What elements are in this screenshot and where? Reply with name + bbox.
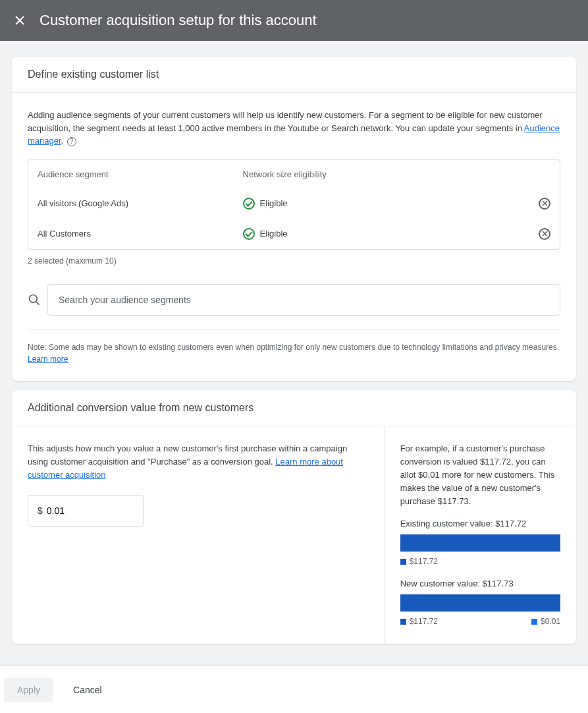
card-title: Define existing customer list	[12, 57, 576, 93]
segments-table: Audience segment Network size eligibilit…	[28, 159, 560, 250]
col-header-eligibility: Network size eligibility	[243, 169, 550, 179]
footer-bar: Apply Cancel	[0, 666, 588, 712]
existing-customer-label: Existing customer value: $117.72	[400, 517, 560, 530]
legend-value-b: $0.01	[541, 615, 560, 628]
svg-line-7	[36, 301, 40, 304]
card-additional-value: Additional conversion value from new cus…	[12, 390, 576, 644]
segments-table-header: Audience segment Network size eligibilit…	[28, 160, 560, 188]
check-circle-icon	[243, 198, 255, 210]
apply-button[interactable]: Apply	[4, 678, 53, 702]
eligibility-status: Eligible	[260, 198, 288, 208]
check-circle-icon	[243, 228, 255, 240]
card-title: Additional conversion value from new cus…	[12, 390, 576, 426]
legend-value: $117.72	[410, 556, 438, 568]
right-pane: For example, if a customer's purchase co…	[385, 426, 576, 644]
divider	[28, 329, 560, 329]
search-input-container	[47, 284, 560, 316]
example-text: For example, if a customer's purchase co…	[400, 442, 560, 509]
selected-count: 2 selected (maximum 10)	[28, 256, 560, 266]
intro-post: .	[61, 136, 64, 146]
remove-segment-button[interactable]	[539, 198, 550, 210]
new-customer-label: New customer value: $117.73	[400, 577, 560, 590]
card-define-customer-list: Define existing customer list Adding aud…	[12, 57, 576, 381]
legend-swatch	[400, 559, 406, 565]
legend-swatch	[400, 619, 406, 625]
note-pre: Note: Some ads may be shown to existing …	[28, 343, 559, 352]
learn-more-link[interactable]: Learn more	[28, 355, 68, 364]
page-title: Customer acquisition setup for this acco…	[40, 12, 317, 29]
table-row: All visitors (Google Ads) Eligible	[28, 188, 560, 219]
close-icon[interactable]	[12, 13, 28, 28]
eligibility-status: Eligible	[260, 229, 288, 239]
page-header: Customer acquisition setup for this acco…	[0, 0, 588, 41]
help-icon[interactable]: ?	[67, 137, 76, 146]
note-text: Note: Some ads may be shown to existing …	[28, 341, 560, 365]
svg-point-6	[30, 295, 38, 302]
existing-legend: $117.72	[400, 556, 560, 568]
new-value-bar	[400, 594, 560, 612]
value-input-container: $	[28, 495, 144, 527]
description-text: This adjusts how much you value a new cu…	[28, 442, 368, 482]
segment-name: All visitors (Google Ads)	[38, 198, 243, 208]
intro-text: Adding audience segments of your current…	[28, 109, 560, 148]
legend-swatch	[531, 619, 537, 625]
existing-value-bar	[400, 534, 560, 552]
left-pane: This adjusts how much you value a new cu…	[12, 426, 385, 644]
table-row: All Customers Eligible	[28, 219, 560, 249]
remove-segment-button[interactable]	[539, 228, 550, 240]
currency-symbol: $	[38, 505, 43, 516]
intro-pre: Adding audience segments of your current…	[28, 110, 543, 133]
col-header-segment: Audience segment	[38, 169, 243, 179]
cancel-button[interactable]: Cancel	[60, 678, 115, 702]
search-icon	[28, 293, 41, 306]
segment-name: All Customers	[38, 229, 243, 239]
legend-value-a: $117.72	[410, 615, 438, 628]
search-input[interactable]	[57, 294, 550, 306]
new-legend: $117.72 $0.01	[400, 615, 560, 628]
value-input[interactable]	[45, 505, 163, 517]
